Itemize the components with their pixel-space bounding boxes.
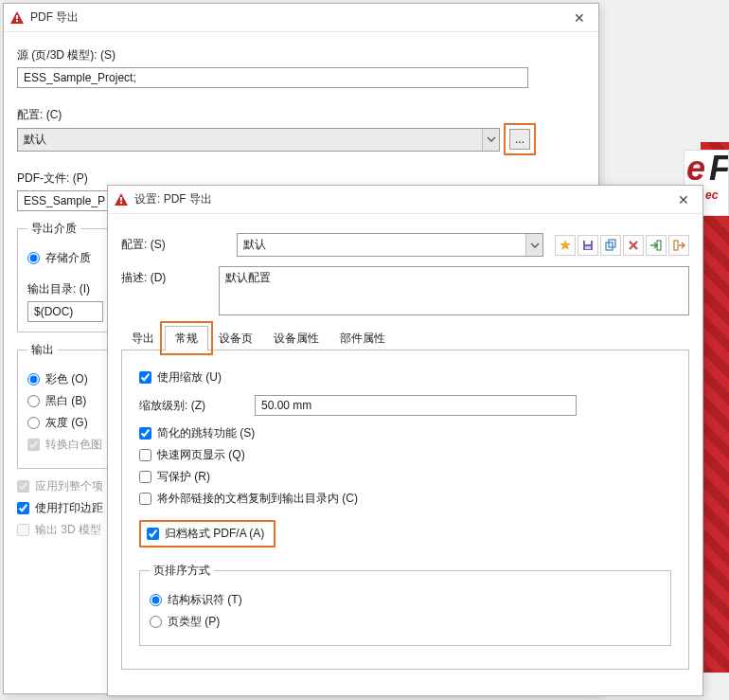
settings-config-dropdown[interactable]: 默认: [237, 233, 543, 257]
settings-titlebar: 设置: PDF 导出 ✕: [108, 186, 702, 214]
fast-web-label: 快速网页显示 (Q): [157, 447, 245, 463]
config-dropdown[interactable]: 默认: [17, 128, 500, 152]
pdf-file-input[interactable]: [17, 190, 121, 211]
write-protect-check[interactable]: 写保护 (R): [139, 469, 671, 485]
import-icon[interactable]: [646, 235, 667, 256]
settings-config-label: 配置: (S): [121, 237, 225, 253]
settings-tabs: 导出 常规 设备页 设备属性 部件属性: [121, 325, 689, 350]
page-sort-group: 页排序方式 结构标识符 (T) 页类型 (P): [139, 563, 671, 646]
chevron-down-icon[interactable]: [482, 129, 499, 151]
config-browse-button[interactable]: ...: [509, 129, 530, 150]
use-print-margin-label: 使用打印边距: [35, 500, 103, 516]
copy-ext-docs-label: 将外部链接的文档复制到输出目录内 (C): [157, 491, 358, 507]
svg-rect-4: [120, 197, 122, 201]
color-label: 彩色 (O): [45, 371, 88, 387]
delete-icon[interactable]: [623, 235, 644, 256]
tab-device-attr[interactable]: 设备属性: [263, 326, 329, 350]
pdfa-highlight: 归档格式 PDF/A (A): [139, 520, 276, 547]
source-input[interactable]: [17, 67, 528, 88]
sort-pagetype-label: 页类型 (P): [168, 614, 220, 630]
apply-whole-label: 应用到整个项: [35, 478, 103, 494]
config-value: 默认: [18, 129, 482, 151]
use-zoom-label: 使用缩放 (U): [157, 369, 222, 386]
settings-close-button[interactable]: ✕: [665, 186, 702, 214]
svg-rect-9: [585, 246, 591, 249]
window-title: PDF 导出: [30, 9, 79, 26]
settings-config-value: 默认: [238, 234, 525, 256]
tab-general[interactable]: 常规: [165, 326, 208, 350]
sort-struct-radio[interactable]: 结构标识符 (T): [150, 592, 661, 608]
zoom-level-input[interactable]: [255, 395, 577, 416]
svg-rect-13: [674, 241, 678, 250]
sort-pagetype-radio[interactable]: 页类型 (P): [150, 614, 661, 630]
svg-rect-1: [16, 15, 18, 19]
bw-label: 黑白 (B): [45, 393, 86, 409]
output-dir-input[interactable]: [27, 301, 103, 322]
use-zoom-check[interactable]: 使用缩放 (U): [139, 369, 671, 386]
config-label: 配置: (C): [17, 107, 585, 123]
copy-icon[interactable]: [600, 235, 621, 256]
app-icon: [9, 10, 25, 26]
tab-general-body: 使用缩放 (U) 缩放级别: (Z) 简化的跳转功能 (S) 快速网页显示 (Q…: [121, 350, 689, 670]
output-3d-label: 输出 3D 模型: [35, 522, 101, 538]
svg-marker-6: [560, 240, 571, 250]
fast-web-check[interactable]: 快速网页显示 (Q): [139, 447, 671, 463]
storage-media-label: 存储介质: [45, 250, 91, 266]
zoom-level-label: 缩放级别: (Z): [139, 398, 243, 414]
pdf-export-settings-dialog: 设置: PDF 导出 ✕ 配置: (S) 默认 描述: (D): [107, 185, 703, 696]
settings-content: 配置: (S) 默认 描述: (D) 导出 常规 设备页: [108, 214, 702, 679]
tab-part-attr[interactable]: 部件属性: [329, 326, 396, 350]
chevron-down-icon[interactable]: [525, 234, 542, 256]
sort-struct-label: 结构标识符 (T): [168, 592, 242, 608]
save-icon[interactable]: [578, 235, 598, 256]
titlebar: PDF 导出 ✕: [4, 4, 598, 32]
copy-ext-docs-check[interactable]: 将外部链接的文档复制到输出目录内 (C): [139, 491, 671, 507]
simplified-jump-check[interactable]: 简化的跳转功能 (S): [139, 425, 671, 441]
page-sort-legend: 页排序方式: [150, 563, 214, 579]
pdfa-label: 归档格式 PDF/A (A): [165, 526, 264, 542]
settings-window-title: 设置: PDF 导出: [134, 191, 212, 207]
close-button[interactable]: ✕: [560, 4, 598, 32]
svg-rect-2: [16, 20, 18, 22]
output-legend: 输出: [27, 342, 58, 358]
export-media-legend: 导出介质: [27, 221, 80, 237]
app-icon: [114, 192, 129, 207]
write-protect-label: 写保护 (R): [157, 469, 210, 485]
svg-rect-5: [120, 202, 122, 204]
background-decor: [701, 142, 729, 673]
settings-desc-textarea[interactable]: [219, 266, 689, 315]
source-label: 源 (页/3D 模型): (S): [17, 47, 585, 63]
tab-device-page[interactable]: 设备页: [208, 326, 263, 350]
new-icon[interactable]: [555, 235, 576, 256]
settings-desc-label: 描述: (D): [121, 266, 207, 286]
gray-label: 灰度 (G): [45, 415, 88, 431]
svg-rect-8: [585, 241, 591, 244]
tab-export[interactable]: 导出: [121, 326, 165, 350]
pdfa-check[interactable]: 归档格式 PDF/A (A): [147, 526, 264, 542]
settings-toolbar: [555, 235, 689, 256]
convert-white-label: 转换白色图: [45, 437, 102, 453]
export-icon[interactable]: [668, 235, 689, 256]
simplified-jump-label: 简化的跳转功能 (S): [157, 425, 255, 441]
